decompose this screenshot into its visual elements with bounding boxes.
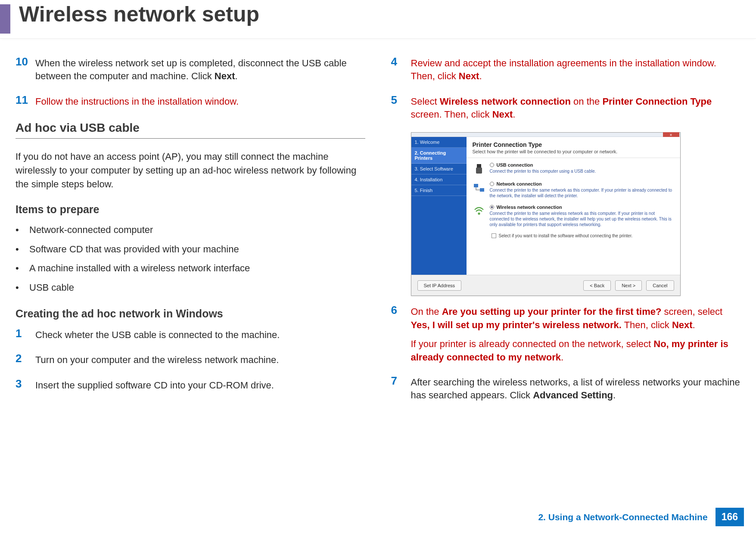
option-text: USB connection Connect the printer to th… xyxy=(490,162,674,174)
step-6: 6 On the Are you setting up your printer… xyxy=(391,304,741,363)
page-footer: 2. Using a Network-Connected Machine 166 xyxy=(538,508,744,526)
install-without-connect-row[interactable]: Select if you want to install the softwa… xyxy=(467,229,680,238)
step-body: Review and accept the installation agree… xyxy=(411,56,741,83)
right-column: 4 Review and accept the installation agr… xyxy=(391,56,741,413)
step-10: 10 When the wireless network set up is c… xyxy=(16,56,365,83)
radio-network[interactable] xyxy=(490,182,494,186)
step-11: 11 Follow the instructions in the instal… xyxy=(16,94,365,108)
svg-rect-1 xyxy=(476,168,482,174)
bold: Next xyxy=(492,109,513,120)
bullet-text: USB cable xyxy=(29,281,74,295)
page-title: Wireless network setup xyxy=(19,2,259,27)
text: on the xyxy=(571,96,602,107)
intro-paragraph: If you do not have an access point (AP),… xyxy=(16,150,365,191)
step-body: Insert the supplied software CD into you… xyxy=(35,378,274,392)
text: On the xyxy=(411,306,442,317)
step-body: When the wireless network set up is comp… xyxy=(35,56,365,83)
bullet-item: •Network-connected computer xyxy=(16,224,365,237)
step-number: 2 xyxy=(16,353,35,364)
page-number: 166 xyxy=(716,508,744,526)
step-body: Check wheter the USB cable is connected … xyxy=(35,328,280,342)
bullet-item: •A machine installed with a wireless net… xyxy=(16,262,365,275)
text: Then, click xyxy=(622,320,672,330)
dialog-main: Printer Connection Type Select how the p… xyxy=(467,137,680,275)
dialog-body: 1. Welcome 2. Connecting Printers 3. Sel… xyxy=(411,137,680,275)
step-number: 10 xyxy=(16,56,35,68)
bullet-item: •Software CD that was provided with your… xyxy=(16,243,365,256)
dialog-footer: Set IP Address < Back Next > Cancel xyxy=(411,275,680,295)
step-2: 2 Turn on your computer and the wireless… xyxy=(16,353,365,366)
step-number: 4 xyxy=(391,56,411,68)
bullet-text: Software CD that was provided with your … xyxy=(29,243,239,256)
sidebar-step-install[interactable]: 4. Installation xyxy=(411,174,467,185)
paragraph-1: On the Are you setting up your printer f… xyxy=(411,305,741,332)
text: If your printer is already connected on … xyxy=(411,338,654,349)
header-tab-accent xyxy=(0,4,10,34)
bold: Next xyxy=(459,71,479,81)
dialog-sub: Select how the printer will be connected… xyxy=(467,149,680,158)
text: . xyxy=(693,320,695,330)
step-number: 5 xyxy=(391,94,411,106)
content-columns: 10 When the wireless network set up is c… xyxy=(0,39,756,413)
text: When the wireless network set up is comp… xyxy=(35,58,347,81)
button-label: < Back xyxy=(590,283,604,288)
step-number: 7 xyxy=(391,375,411,387)
footer-chapter: 2. Using a Network-Connected Machine xyxy=(538,512,707,522)
text: . xyxy=(613,390,616,400)
dialog-sidebar: 1. Welcome 2. Connecting Printers 3. Sel… xyxy=(411,137,467,275)
step-body: Select Wireless network connection on th… xyxy=(411,94,741,121)
text: screen. Then, click xyxy=(411,109,492,120)
set-ip-button[interactable]: Set IP Address xyxy=(417,280,462,291)
step-4: 4 Review and accept the installation agr… xyxy=(391,56,741,83)
option-title: Network connection xyxy=(497,181,542,186)
sidebar-step-finish[interactable]: 5. Finish xyxy=(411,185,467,196)
option-title: USB connection xyxy=(497,162,533,168)
section-heading-adhoc: Ad hoc via USB cable xyxy=(16,121,365,139)
text: . xyxy=(561,352,563,363)
left-column: 10 When the wireless network set up is c… xyxy=(16,56,365,413)
option-wireless[interactable]: Wireless network connection Connect the … xyxy=(467,200,680,229)
bullet-item: •USB cable xyxy=(16,281,365,295)
button-label: Cancel xyxy=(653,283,667,288)
next-button[interactable]: Next > xyxy=(615,280,642,291)
page-header: Wireless network setup xyxy=(0,0,756,39)
installer-dialog: × 1. Welcome 2. Connecting Printers 3. S… xyxy=(411,132,681,296)
subhead-items: Items to prepare xyxy=(16,203,365,216)
option-desc: Connect the printer to the same network … xyxy=(490,186,674,199)
step-body: After searching the wireless networks, a… xyxy=(411,375,741,402)
bold: Wireless network connection xyxy=(440,96,571,107)
bold: Are you setting up your printer for the … xyxy=(442,306,662,317)
bullet-text: Network-connected computer xyxy=(29,224,153,237)
usb-icon xyxy=(473,162,485,175)
button-label: Set IP Address xyxy=(424,283,455,288)
sidebar-step-welcome[interactable]: 1. Welcome xyxy=(411,137,467,148)
bold: Printer Connection Type xyxy=(602,96,712,107)
subhead-create: Creating the ad hoc network in Windows xyxy=(16,307,365,320)
network-icon xyxy=(473,181,485,194)
option-usb[interactable]: USB connection Connect the printer to th… xyxy=(467,158,680,177)
step-number: 11 xyxy=(16,94,35,106)
dialog-heading: Printer Connection Type xyxy=(467,137,680,149)
step-body: On the Are you setting up your printer f… xyxy=(411,304,741,363)
svg-rect-0 xyxy=(477,164,481,168)
step-number: 3 xyxy=(16,378,35,390)
radio-usb[interactable] xyxy=(490,163,494,167)
radio-wireless[interactable] xyxy=(490,205,494,209)
option-text: Network connection Connect the printer t… xyxy=(490,181,674,199)
checkbox[interactable] xyxy=(492,233,496,238)
step-1: 1 Check wheter the USB cable is connecte… xyxy=(16,328,365,342)
option-network[interactable]: Network connection Connect the printer t… xyxy=(467,177,680,200)
text: . xyxy=(235,71,237,81)
bullet-dot: • xyxy=(16,262,29,275)
text: Select xyxy=(411,96,440,107)
text: screen, select xyxy=(661,306,722,317)
sidebar-step-software[interactable]: 3. Select Software xyxy=(411,164,467,174)
button-label: Next > xyxy=(622,283,635,288)
bold: Yes, I will set up my printer's wireless… xyxy=(411,320,622,330)
step-number: 1 xyxy=(16,328,35,339)
bullet-text: A machine installed with a wireless netw… xyxy=(29,262,250,275)
sidebar-step-connecting[interactable]: 2. Connecting Printers xyxy=(411,148,467,164)
bold: Next xyxy=(215,71,235,81)
back-button[interactable]: < Back xyxy=(583,280,611,291)
cancel-button[interactable]: Cancel xyxy=(646,280,674,291)
